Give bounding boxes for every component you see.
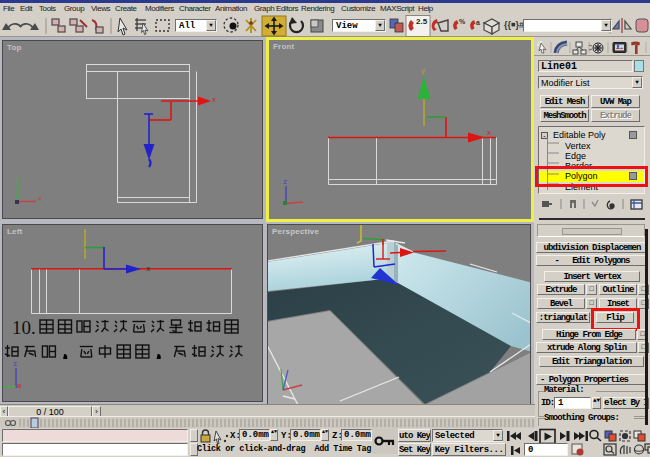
svg-text:a: a	[476, 19, 480, 26]
svg-text:x: x	[212, 96, 216, 104]
svg-text:y: y	[421, 67, 425, 75]
svg-text:x: x	[146, 265, 150, 273]
svg-text:z: z	[13, 360, 17, 368]
svg-text:z: z	[283, 178, 287, 186]
svg-text:10.: 10.	[12, 317, 36, 338]
svg-text:x: x	[38, 195, 42, 203]
svg-text:%: %	[459, 18, 466, 25]
svg-text:2.5: 2.5	[416, 17, 428, 26]
svg-text:x: x	[487, 129, 491, 137]
svg-text:y: y	[16, 175, 20, 183]
